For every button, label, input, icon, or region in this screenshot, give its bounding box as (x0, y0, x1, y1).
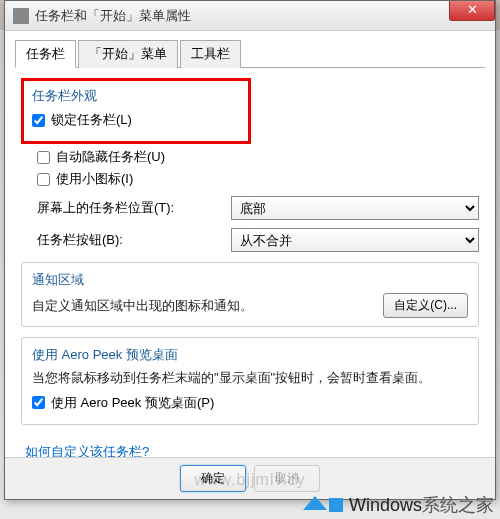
window-title: 任务栏和「开始」菜单属性 (35, 7, 191, 25)
notification-title: 通知区域 (32, 271, 468, 289)
house-icon (303, 496, 327, 510)
buttons-label: 任务栏按钮(B): (37, 231, 231, 249)
aero-peek-title: 使用 Aero Peek 预览桌面 (32, 346, 468, 364)
tab-taskbar[interactable]: 任务栏 (15, 40, 76, 68)
appearance-section-title: 任务栏外观 (32, 87, 240, 105)
square-icon (329, 498, 343, 512)
buttons-select[interactable]: 从不合并 (231, 228, 479, 252)
aero-peek-group: 使用 Aero Peek 预览桌面 当您将鼠标移动到任务栏末端的"显示桌面"按钮… (21, 337, 479, 425)
lock-taskbar-checkbox[interactable] (32, 114, 45, 127)
aero-peek-desc: 当您将鼠标移动到任务栏末端的"显示桌面"按钮时，会暂时查看桌面。 (32, 368, 468, 388)
aero-peek-checkbox[interactable] (32, 396, 45, 409)
highlight-box: 任务栏外观 锁定任务栏(L) (21, 78, 251, 144)
small-icons-checkbox[interactable] (37, 173, 50, 186)
tab-start-menu[interactable]: 「开始」菜单 (78, 40, 178, 68)
aero-peek-checkbox-label: 使用 Aero Peek 预览桌面(P) (51, 394, 214, 412)
close-button[interactable]: ✕ (449, 1, 495, 21)
notification-desc: 自定义通知区域中出现的图标和通知。 (32, 296, 253, 316)
lock-taskbar-label: 锁定任务栏(L) (51, 111, 132, 129)
tab-toolbars[interactable]: 工具栏 (180, 40, 241, 68)
ok-button[interactable]: 确定 (180, 465, 246, 492)
tab-content: 任务栏外观 锁定任务栏(L) 自动隐藏任务栏(U) 使用小图标(I) 屏幕上的任… (15, 68, 485, 471)
notification-group: 通知区域 自定义通知区域中出现的图标和通知。 自定义(C)... (21, 262, 479, 327)
window-icon (13, 8, 29, 24)
titlebar[interactable]: 任务栏和「开始」菜单属性 ✕ (5, 1, 495, 31)
auto-hide-label: 自动隐藏任务栏(U) (56, 148, 165, 166)
position-label: 屏幕上的任务栏位置(T): (37, 199, 231, 217)
watermark-suffix: 系统之家 (422, 495, 494, 515)
position-select[interactable]: 底部 (231, 196, 479, 220)
customize-button[interactable]: 自定义(C)... (383, 293, 468, 318)
auto-hide-checkbox[interactable] (37, 151, 50, 164)
client-area: 任务栏 「开始」菜单 工具栏 任务栏外观 锁定任务栏(L) 自动隐藏任务栏(U)… (5, 31, 495, 479)
cancel-button[interactable]: 取消 (254, 465, 320, 492)
watermark: Windows系统之家 (303, 493, 494, 517)
close-icon: ✕ (467, 2, 478, 17)
tab-strip: 任务栏 「开始」菜单 工具栏 (15, 39, 485, 68)
watermark-brand: Windows (349, 495, 422, 515)
small-icons-label: 使用小图标(I) (56, 170, 133, 188)
properties-window: 任务栏和「开始」菜单属性 ✕ 任务栏 「开始」菜单 工具栏 任务栏外观 锁定任务… (4, 0, 496, 500)
